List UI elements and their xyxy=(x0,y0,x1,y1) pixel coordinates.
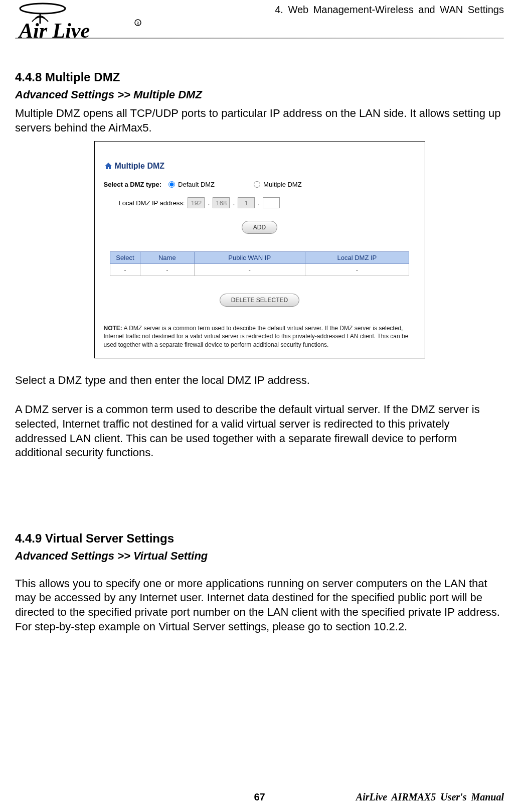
section-heading-dmz: 4.4.8 Multiple DMZ xyxy=(15,70,504,84)
svg-point-0 xyxy=(20,4,65,14)
delete-button-row: DELETE SELECTED xyxy=(104,294,416,307)
vserver-body-text: This allows you to specify one or more a… xyxy=(15,577,504,634)
note-block: NOTE: A DMZ server is a common term used… xyxy=(104,324,416,349)
add-button-row: ADD xyxy=(104,221,416,234)
manual-title: AirLive AIRMAX5 User's Manual xyxy=(356,791,504,803)
ip-dot: . xyxy=(233,199,235,207)
header-divider xyxy=(15,38,504,39)
ip-octet-4[interactable] xyxy=(263,197,280,208)
breadcrumb-vserver: Advanced Settings >> Virtual Setting xyxy=(15,550,504,563)
ip-octet-1: 192 xyxy=(188,197,205,208)
table-row: - - - - xyxy=(110,264,409,276)
add-button[interactable]: ADD xyxy=(242,221,277,234)
followup-text-1: Select a DMZ type and then enter the loc… xyxy=(15,373,504,388)
followup-text-2: A DMZ server is a common term used to de… xyxy=(15,402,504,460)
ip-dot: . xyxy=(208,199,210,207)
ip-dot: . xyxy=(258,199,260,207)
radio-multiple-label: Multiple DMZ xyxy=(263,181,302,188)
th-wan-ip: Public WAN IP xyxy=(194,252,305,264)
home-icon xyxy=(104,162,113,170)
select-dmz-label: Select a DMZ type: xyxy=(104,181,162,188)
svg-text:R: R xyxy=(136,21,139,26)
page-header: Air Live R 4. Web Management-Wireless an… xyxy=(0,0,519,50)
delete-selected-button[interactable]: DELETE SELECTED xyxy=(220,294,299,307)
panel-title: Multiple DMZ xyxy=(115,162,165,171)
dmz-config-panel: Multiple DMZ Select a DMZ type: Default … xyxy=(94,141,425,358)
airlive-logo-svg: Air Live R xyxy=(15,3,145,43)
chapter-title: 4. Web Management-Wireless and WAN Setti… xyxy=(275,4,504,16)
td-wan-ip: - xyxy=(194,264,305,276)
th-select: Select xyxy=(110,252,140,264)
note-label: NOTE: xyxy=(104,325,122,332)
dmz-type-row: Select a DMZ type: Default DMZ Multiple … xyxy=(104,181,416,188)
dmz-table: Select Name Public WAN IP Local DMZ IP -… xyxy=(110,251,409,276)
breadcrumb-dmz: Advanced Settings >> Multiple DMZ xyxy=(15,88,504,101)
td-name: - xyxy=(140,264,194,276)
svg-text:Air Live: Air Live xyxy=(18,19,90,42)
page-footer: 67 AirLive AIRMAX5 User's Manual xyxy=(15,791,504,803)
th-name: Name xyxy=(140,252,194,264)
note-text: A DMZ server is a common term used to de… xyxy=(104,325,409,348)
page-number: 67 xyxy=(254,791,265,803)
page-content: 4.4.8 Multiple DMZ Advanced Settings >> … xyxy=(0,50,519,634)
radio-multiple-input[interactable] xyxy=(254,181,260,188)
td-select: - xyxy=(110,264,140,276)
radio-default-label: Default DMZ xyxy=(178,181,215,188)
td-local-ip: - xyxy=(305,264,409,276)
radio-default-dmz[interactable]: Default DMZ xyxy=(168,181,215,188)
section-heading-vserver: 4.4.9 Virtual Server Settings xyxy=(15,531,504,546)
ip-address-row: Local DMZ IP address: 192 . 168 . 1 . xyxy=(119,197,416,208)
ip-label: Local DMZ IP address: xyxy=(119,199,185,207)
th-local-ip: Local DMZ IP xyxy=(305,252,409,264)
ip-octet-2: 168 xyxy=(213,197,230,208)
panel-title-row: Multiple DMZ xyxy=(104,162,416,171)
radio-multiple-dmz[interactable]: Multiple DMZ xyxy=(254,181,302,188)
radio-default-input[interactable] xyxy=(168,181,175,188)
intro-text: Multiple DMZ opens all TCP/UDP ports to … xyxy=(15,106,504,135)
ip-octet-3: 1 xyxy=(238,197,255,208)
